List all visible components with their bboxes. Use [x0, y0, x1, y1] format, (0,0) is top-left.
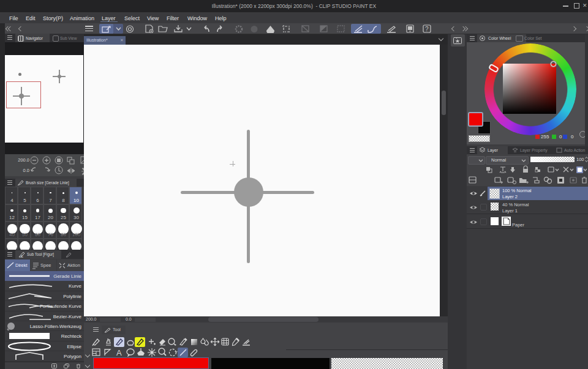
- svg-text:E: E: [21, 255, 23, 258]
- svg-text:?: ?: [425, 26, 429, 32]
- svg-text:A: A: [116, 348, 122, 357]
